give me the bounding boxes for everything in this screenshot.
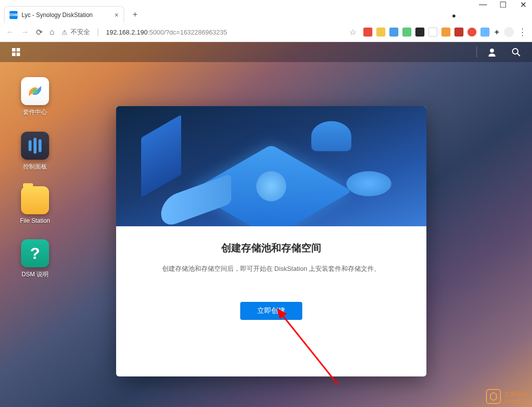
tab-close-icon[interactable]: × — [115, 11, 119, 19]
extension-icon[interactable] — [363, 28, 372, 37]
dialog-title: 创建存储池和存储空间 — [136, 241, 406, 255]
extension-icon[interactable] — [415, 28, 424, 37]
desktop-icon-control-panel[interactable]: 控制面板 — [15, 132, 55, 171]
window-maximize-icon[interactable]: ☐ — [500, 2, 506, 8]
url-path: :5000/?dc=1632286963235 — [148, 29, 227, 36]
extension-icons: ✦ ⋮ — [363, 27, 526, 38]
search-icon — [511, 48, 520, 57]
warning-icon: ⚠ — [62, 29, 68, 36]
notification-dot-icon — [451, 13, 457, 19]
url-field[interactable]: 192.168.2.190:5000/?dc=1632286963235 — [106, 29, 342, 36]
window-controls: ― ☐ ✕ — [0, 0, 532, 5]
icon-label: 控制面板 — [23, 163, 47, 171]
window-minimize-icon[interactable]: ― — [480, 2, 486, 8]
person-icon — [487, 48, 496, 57]
desktop-icon-package-center[interactable]: 套件中心 — [15, 77, 55, 117]
extension-icon[interactable] — [428, 28, 437, 37]
grid-icon — [12, 48, 21, 57]
tab-title: Lyc - Synology DiskStation — [22, 12, 93, 19]
browser-tab[interactable]: DSM Lyc - Synology DiskStation × — [4, 6, 124, 23]
security-indicator[interactable]: ⚠ 不安全 — [62, 28, 90, 37]
package-center-icon — [21, 77, 49, 105]
search-button[interactable] — [505, 44, 527, 60]
svg-rect-2 — [12, 53, 16, 56]
bookmark-star-icon[interactable]: ☆ — [349, 28, 356, 37]
icon-label: DSM 说明 — [22, 270, 49, 279]
tab-bar: DSM Lyc - Synology DiskStation × + — [0, 5, 532, 23]
svg-line-6 — [517, 54, 520, 56]
svg-rect-1 — [17, 48, 20, 52]
url-host: 192.168.2.190 — [106, 29, 148, 36]
desktop-icon-dsm-help[interactable]: ? DSM 说明 — [15, 239, 55, 279]
reload-icon[interactable]: ⟳ — [36, 28, 43, 37]
dialog-hero-illustration — [116, 106, 426, 226]
svg-point-7 — [33, 89, 38, 94]
address-bar: ← → ⟳ ⌂ ⚠ 不安全 | 192.168.2.190:5000/?dc=1… — [0, 23, 532, 41]
adblock-icon[interactable] — [467, 28, 476, 37]
dsm-topbar — [0, 42, 532, 62]
svg-point-5 — [512, 49, 518, 54]
desktop-icons: 套件中心 控制面板 File Station ? DSM 说明 — [15, 77, 55, 279]
svg-rect-3 — [17, 53, 20, 56]
svg-point-4 — [490, 49, 494, 53]
tab-favicon-icon: DSM — [10, 11, 18, 19]
create-storage-dialog: 创建存储池和存储空间 创建存储池和存储空间后，即可开始在 DiskStation… — [116, 106, 426, 376]
watermark-text-en: JiuHuCN — [504, 398, 528, 403]
extensions-menu-icon[interactable]: ✦ — [493, 28, 500, 37]
security-label: 不安全 — [71, 28, 90, 37]
user-menu-button[interactable] — [481, 44, 503, 60]
main-menu-button[interactable] — [5, 44, 27, 60]
icon-label: File Station — [20, 217, 50, 224]
watermark: 九狐问心 JiuHuCN — [486, 389, 528, 404]
home-icon[interactable]: ⌂ — [50, 28, 55, 37]
back-icon[interactable]: ← — [6, 28, 14, 37]
new-tab-button[interactable]: + — [128, 8, 142, 22]
divider — [476, 47, 477, 58]
create-now-button[interactable]: 立即创建 — [240, 302, 302, 320]
icon-label: 套件中心 — [23, 108, 47, 117]
help-icon: ? — [21, 239, 49, 267]
desktop-icon-file-station[interactable]: File Station — [15, 186, 55, 224]
dialog-description: 创建存储池和存储空间后，即可开始在 DiskStation 上安装套件和存储文件… — [136, 264, 406, 274]
dsm-desktop: 套件中心 控制面板 File Station ? DSM 说明 创建存储池和 — [0, 42, 532, 407]
extension-icon[interactable] — [389, 28, 398, 37]
extension-icon[interactable] — [454, 28, 463, 37]
extension-icon[interactable] — [376, 28, 385, 37]
extension-icon[interactable] — [441, 28, 450, 37]
watermark-text-cn: 九狐问心 — [504, 390, 528, 398]
extension-icon[interactable] — [402, 28, 411, 37]
browser-menu-icon[interactable]: ⋮ — [518, 27, 526, 38]
svg-rect-0 — [12, 48, 16, 52]
browser-chrome: ― ☐ ✕ DSM Lyc - Synology DiskStation × +… — [0, 0, 532, 42]
watermark-logo-icon — [486, 389, 501, 404]
window-close-icon[interactable]: ✕ — [520, 2, 526, 8]
file-station-icon — [21, 186, 49, 214]
control-panel-icon — [21, 132, 49, 160]
profile-avatar-icon[interactable] — [504, 27, 514, 37]
forward-icon: → — [21, 28, 29, 37]
extension-icon[interactable] — [480, 28, 489, 37]
dialog-body: 创建存储池和存储空间 创建存储池和存储空间后，即可开始在 DiskStation… — [116, 226, 426, 335]
